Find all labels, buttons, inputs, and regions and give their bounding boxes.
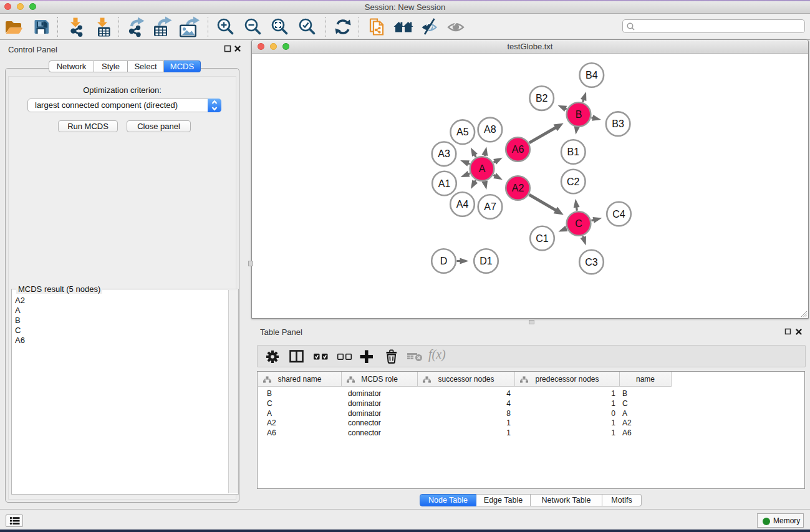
svg-text:A: A: [479, 163, 486, 174]
svg-text:A1: A1: [438, 178, 451, 189]
svg-text:C3: C3: [585, 257, 598, 268]
svg-text:D: D: [440, 256, 448, 266]
svg-text:B: B: [576, 109, 582, 120]
svg-text:A4: A4: [456, 199, 469, 210]
svg-text:C: C: [575, 218, 582, 229]
svg-text:B2: B2: [536, 93, 548, 104]
svg-text:D1: D1: [480, 256, 493, 266]
svg-text:C2: C2: [567, 177, 580, 187]
svg-text:A5: A5: [456, 127, 469, 137]
svg-text:A3: A3: [438, 148, 450, 159]
svg-text:A8: A8: [484, 124, 496, 135]
svg-text:C1: C1: [536, 233, 549, 244]
svg-text:B4: B4: [586, 70, 598, 80]
svg-text:A2: A2: [512, 183, 524, 193]
svg-text:C4: C4: [612, 209, 625, 220]
svg-text:B1: B1: [567, 147, 580, 157]
svg-text:B3: B3: [612, 118, 624, 129]
svg-text:A7: A7: [484, 201, 496, 212]
svg-text:A6: A6: [512, 144, 524, 155]
